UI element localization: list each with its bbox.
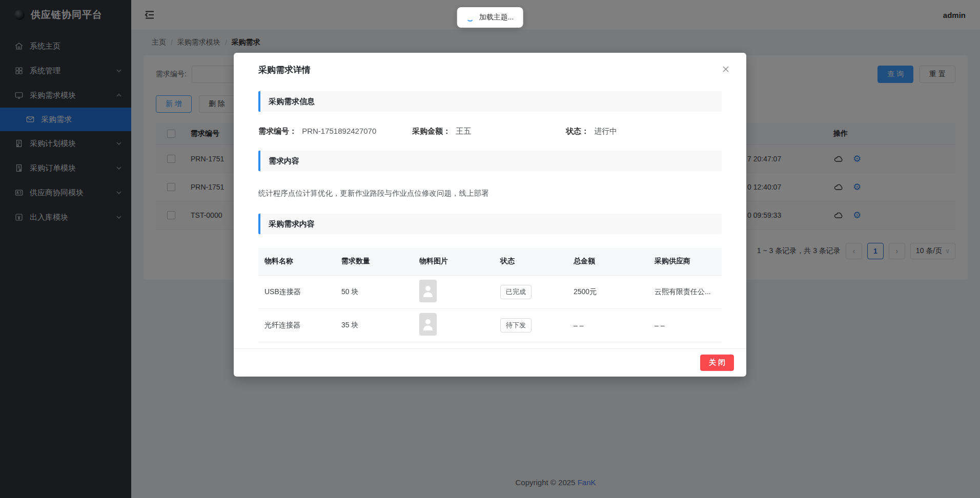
- material-qty: 35 块: [335, 308, 413, 342]
- close-dialog-button[interactable]: 关 闭: [700, 355, 734, 371]
- material-table-header: 物料名称 需求数量 物料图片 状态 总金额 采购供应商: [258, 248, 722, 275]
- material-name: USB连接器: [258, 275, 335, 308]
- dialog-header: 采购需求详情: [234, 53, 746, 76]
- col-status: 状态: [494, 248, 567, 275]
- field-value: 进行中: [594, 127, 617, 135]
- section-demand-info: 采购需求信息: [258, 91, 722, 112]
- material-qty: 50 块: [335, 275, 413, 308]
- dialog-body: 采购需求信息 需求编号： PRN-1751892427070 采购金额： 王五 …: [234, 76, 746, 348]
- field-label: 状态：: [566, 127, 589, 135]
- col-supplier: 采购供应商: [648, 248, 722, 275]
- material-row: 光纤连接器 35 块 待下发 – – – –: [258, 308, 722, 342]
- col-image: 物料图片: [413, 248, 494, 275]
- material-supplier: 云熙有限责任公...: [648, 275, 722, 308]
- dialog-title: 采购需求详情: [258, 64, 311, 76]
- loading-spinner-icon: [466, 14, 474, 22]
- image-placeholder-icon: [419, 280, 437, 302]
- material-row: USB连接器 50 块 已完成 2500元 云熙有限责任公...: [258, 275, 722, 308]
- status-badge: 待下发: [500, 318, 532, 333]
- material-name: 光纤连接器: [258, 308, 335, 342]
- material-amount: 2500元: [567, 275, 648, 308]
- material-amount: – –: [567, 308, 648, 342]
- section-demand-content: 需求内容: [258, 151, 722, 171]
- demand-detail-dialog: 采购需求详情 采购需求信息 需求编号： PRN-1751892427070 采购…: [234, 53, 746, 377]
- field-label: 采购金额：: [412, 127, 451, 135]
- image-placeholder-icon: [419, 313, 437, 336]
- col-material-name: 物料名称: [258, 248, 335, 275]
- material-table: 物料名称 需求数量 物料图片 状态 总金额 采购供应商 USB连接器 50 块 …: [258, 248, 722, 342]
- field-amount: 采购金额： 王五: [412, 127, 566, 136]
- demand-fields-row: 需求编号： PRN-1751892427070 采购金额： 王五 状态： 进行中: [258, 127, 722, 136]
- demand-content-text: 统计程序点位计算优化，更新作业路段与作业点位修改问题，线上部署: [258, 189, 722, 198]
- loading-toast-text: 加载主题...: [479, 13, 514, 22]
- field-demand-no: 需求编号： PRN-1751892427070: [258, 127, 412, 136]
- col-amount: 总金额: [567, 248, 648, 275]
- status-badge: 已完成: [500, 285, 532, 299]
- field-status: 状态： 进行中: [566, 127, 720, 136]
- dialog-footer: 关 闭: [234, 348, 746, 377]
- field-label: 需求编号：: [258, 127, 297, 135]
- col-qty: 需求数量: [335, 248, 413, 275]
- field-value: PRN-1751892427070: [302, 127, 376, 135]
- material-supplier: – –: [648, 308, 722, 342]
- field-value: 王五: [456, 127, 471, 135]
- section-demand-detail: 采购需求内容: [258, 214, 722, 234]
- loading-toast: 加载主题...: [457, 7, 523, 28]
- close-icon[interactable]: [721, 64, 731, 74]
